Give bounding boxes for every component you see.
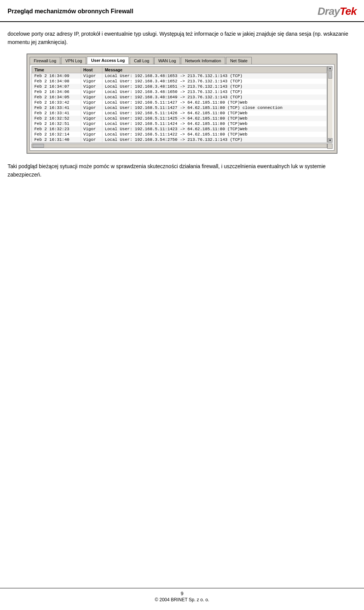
cell-time: Feb 2 16:33:41 <box>32 105 81 110</box>
tab-content-area: Time Host Message Feb 2 16:34:09VigorLoc… <box>30 64 334 151</box>
tab-bar: Firewall Log VPN Log User Access Log Cal… <box>30 57 334 64</box>
cell-message: Local User: 192.168.3.48:1652 -> 213.76.… <box>102 79 327 84</box>
cell-message: Local User: 192.168.5.11:1427 -> 64.62.1… <box>102 105 327 110</box>
log-table-scroll: Time Host Message Feb 2 16:34:09VigorLoc… <box>31 66 327 143</box>
page-title: Przegląd mechanizmów obronnych Firewall <box>8 8 133 15</box>
table-row: Feb 2 16:34:08VigorLocal User: 192.168.3… <box>32 79 327 84</box>
scrollbar-corner <box>327 143 333 149</box>
table-row: Feb 2 16:32:23VigorLocal User: 192.168.5… <box>32 126 327 132</box>
tab-net-state[interactable]: Net State <box>226 57 252 64</box>
cell-host: Vigor <box>81 105 102 110</box>
cell-time: Feb 2 16:32:52 <box>32 116 81 121</box>
log-table-body: Feb 2 16:34:09VigorLocal User: 192.168.3… <box>32 73 327 142</box>
copyright: © 2004 BRINET Sp. z o. o. <box>0 597 364 602</box>
h-scroll-thumb[interactable] <box>33 144 44 148</box>
col-message: Message <box>102 66 327 73</box>
log-table-container: Time Host Message Feb 2 16:34:09VigorLoc… <box>31 66 333 143</box>
cell-host: Vigor <box>81 132 102 137</box>
cell-message: Local User: 192.168.5.11:1423 -> 64.62.1… <box>102 126 327 132</box>
cell-time: Feb 2 16:32:14 <box>32 132 81 137</box>
horizontal-scrollbar-area <box>31 143 333 149</box>
main-content: docelowe porty oraz adresy IP, protokół … <box>0 22 364 154</box>
cell-host: Vigor <box>81 110 102 116</box>
table-row: Feb 2 16:32:52VigorLocal User: 192.168.5… <box>32 116 327 121</box>
log-table-wrapper: Time Host Message Feb 2 16:34:09VigorLoc… <box>31 66 327 143</box>
cell-host: Vigor <box>81 137 102 142</box>
tab-wan-log[interactable]: WAN Log <box>154 57 180 64</box>
cell-host: Vigor <box>81 84 102 89</box>
table-row: Feb 2 16:31:40VigorLocal User: 192.168.3… <box>32 137 327 142</box>
table-row: Feb 2 16:33:41VigorLocal User: 192.168.5… <box>32 110 327 116</box>
outro-paragraph: Taki podgląd bieżącej sytuacji może pomó… <box>0 162 364 179</box>
cell-message: Local User: 192.168.5.11:1422 -> 64.62.1… <box>102 132 327 137</box>
cell-time: Feb 2 16:33:41 <box>32 110 81 116</box>
cell-time: Feb 2 16:34:08 <box>32 79 81 84</box>
cell-message: Local User: 192.168.3.54:2750 -> 213.76.… <box>102 137 327 142</box>
tab-user-access-log[interactable]: User Access Log <box>87 57 129 64</box>
cell-message: Local User: 192.168.5.11:1426 -> 64.62.1… <box>102 110 327 116</box>
cell-host: Vigor <box>81 126 102 132</box>
logo-text: DrayTek <box>318 5 356 17</box>
cell-time: Feb 2 16:34:07 <box>32 84 81 89</box>
cell-host: Vigor <box>81 73 102 79</box>
col-time: Time <box>32 66 81 73</box>
table-row: Feb 2 16:34:06VigorLocal User: 192.168.3… <box>32 89 327 95</box>
cell-host: Vigor <box>81 100 102 105</box>
tab-network-information[interactable]: Network Infomation <box>181 57 225 64</box>
horizontal-scrollbar[interactable] <box>31 143 327 148</box>
table-row: Feb 2 16:34:07VigorLocal User: 192.168.3… <box>32 84 327 89</box>
tab-vpn-log[interactable]: VPN Log <box>61 57 86 64</box>
cell-time: Feb 2 16:34:09 <box>32 73 81 79</box>
scroll-track <box>328 71 333 138</box>
outro-text: Taki podgląd bieżącej sytuacji może pomó… <box>8 162 356 179</box>
table-row: Feb 2 16:34:09VigorLocal User: 192.168.3… <box>32 73 327 79</box>
cell-host: Vigor <box>81 121 102 126</box>
cell-time: Feb 2 16:33:42 <box>32 100 81 105</box>
table-row: Feb 2 16:32:14VigorLocal User: 192.168.5… <box>32 132 327 137</box>
col-host: Host <box>81 66 102 73</box>
cell-message: Local User: 192.168.5.11:1427 -> 64.62.1… <box>102 100 327 105</box>
logo: DrayTek <box>318 5 356 17</box>
cell-host: Vigor <box>81 89 102 95</box>
page-header: Przegląd mechanizmów obronnych Firewall … <box>0 0 364 22</box>
table-row: Feb 2 16:34:05VigorLocal User: 192.168.3… <box>32 95 327 100</box>
table-header-row: Time Host Message <box>32 66 327 73</box>
cell-time: Feb 2 16:32:23 <box>32 126 81 132</box>
dialog-window: Firewall Log VPN Log User Access Log Cal… <box>27 54 337 154</box>
intro-paragraph: docelowe porty oraz adresy IP, protokół … <box>8 30 356 47</box>
tab-call-log[interactable]: Call Log <box>130 57 153 64</box>
tab-firewall-log[interactable]: Firewall Log <box>30 57 60 64</box>
cell-time: Feb 2 16:32:51 <box>32 121 81 126</box>
cell-host: Vigor <box>81 79 102 84</box>
cell-time: Feb 2 16:34:06 <box>32 89 81 95</box>
table-row: Feb 2 16:32:51VigorLocal User: 192.168.5… <box>32 121 327 126</box>
scroll-down-button[interactable]: ▼ <box>328 138 333 143</box>
cell-message: Local User: 192.168.3.48:1651 -> 213.76.… <box>102 84 327 89</box>
log-table: Time Host Message Feb 2 16:34:09VigorLoc… <box>32 66 327 142</box>
cell-message: Local User: 192.168.3.48:1649 -> 213.76.… <box>102 95 327 100</box>
page-number: 9 <box>0 591 364 596</box>
cell-message: Local User: 192.168.3.48:1650 -> 213.76.… <box>102 89 327 95</box>
cell-host: Vigor <box>81 95 102 100</box>
cell-time: Feb 2 16:34:05 <box>32 95 81 100</box>
cell-message: Local User: 192.168.5.11:1424 -> 64.62.1… <box>102 121 327 126</box>
table-row: Feb 2 16:33:41VigorLocal User: 192.168.5… <box>32 105 327 110</box>
scroll-up-button[interactable]: ▲ <box>328 66 333 71</box>
cell-message: Local User: 192.168.3.48:1653 -> 213.76.… <box>102 73 327 79</box>
cell-message: Local User: 192.168.5.11:1425 -> 64.62.1… <box>102 116 327 121</box>
scroll-thumb[interactable] <box>328 71 332 79</box>
cell-time: Feb 2 16:31:40 <box>32 137 81 142</box>
cell-host: Vigor <box>81 116 102 121</box>
page-footer: 9 © 2004 BRINET Sp. z o. o. <box>0 588 364 602</box>
table-row: Feb 2 16:33:42VigorLocal User: 192.168.5… <box>32 100 327 105</box>
vertical-scrollbar[interactable]: ▲ ▼ <box>327 66 333 143</box>
